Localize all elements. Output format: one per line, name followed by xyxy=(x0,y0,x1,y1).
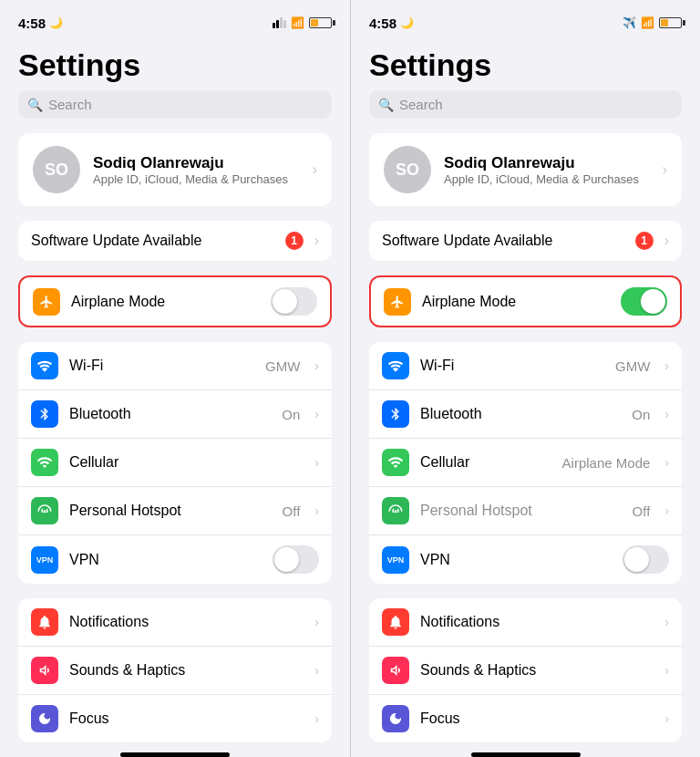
bell-icon xyxy=(31,608,58,636)
settings-title: Settings xyxy=(351,40,700,90)
wifi-label: Wi-Fi xyxy=(420,358,604,374)
bell-label: Notifications xyxy=(69,614,300,630)
wifi-value: GMW xyxy=(265,358,300,374)
bluetooth-value: On xyxy=(282,407,300,422)
moon-icon xyxy=(382,705,409,732)
settings-title: Settings xyxy=(0,40,350,90)
airplane-mode-icon xyxy=(384,288,411,316)
sound-chevron: › xyxy=(314,663,319,678)
sound-chevron: › xyxy=(664,663,669,678)
settings-row-wi-fi[interactable]: Wi-Fi GMW › xyxy=(369,342,682,389)
sound-icon xyxy=(31,657,58,684)
moon-chevron: › xyxy=(314,711,319,726)
settings-row-bluetooth[interactable]: Bluetooth On › xyxy=(369,389,682,438)
search-icon: 🔍 xyxy=(378,98,394,112)
update-chevron: › xyxy=(664,233,669,249)
settings-row-vpn[interactable]: VPN VPN xyxy=(18,534,332,584)
status-icons: 📶 xyxy=(273,16,332,29)
profile-card[interactable]: SO Sodiq Olanrewaju Apple ID, iCloud, Me… xyxy=(369,133,682,206)
vpn-toggle[interactable] xyxy=(623,545,669,574)
moon-label: Focus xyxy=(420,710,650,727)
connectivity-section: Wi-Fi GMW › Bluetooth On › Cellular Airp… xyxy=(369,342,682,584)
software-update-row[interactable]: Software Update Available 1 › xyxy=(18,221,332,261)
hotspot-value: Off xyxy=(283,503,301,519)
software-update-section: Software Update Available 1 › xyxy=(369,221,682,261)
airplane-mode-section: Airplane Mode xyxy=(18,275,332,327)
search-bar[interactable]: 🔍 Search xyxy=(18,90,332,119)
status-bar: 4:58🌙📶 xyxy=(0,0,350,40)
vpn-label: VPN xyxy=(69,552,262,568)
bluetooth-label: Bluetooth xyxy=(420,406,621,422)
bluetooth-icon xyxy=(31,400,58,428)
vpn-icon: VPN xyxy=(31,546,58,574)
wifi-chevron: › xyxy=(664,358,669,373)
airplane-mode-section: Airplane Mode xyxy=(369,275,682,327)
cellular-value: Airplane Mode xyxy=(562,455,651,471)
settings-row-vpn[interactable]: VPN VPN xyxy=(369,534,682,584)
settings-row-notifications[interactable]: Notifications › xyxy=(18,598,332,646)
bell-chevron: › xyxy=(664,615,669,629)
moon-label: Focus xyxy=(69,710,300,727)
settings-row-focus[interactable]: Focus › xyxy=(369,694,682,742)
hotspot-chevron: › xyxy=(314,503,319,518)
wifi-value: GMW xyxy=(615,358,650,374)
status-icons: ✈️ 📶 xyxy=(623,16,682,29)
settings-row-bluetooth[interactable]: Bluetooth On › xyxy=(18,389,332,438)
bluetooth-chevron: › xyxy=(664,407,669,421)
wifi-status-icon: 📶 xyxy=(641,16,654,29)
sound-icon xyxy=(382,657,409,684)
airplane-mode-label: Airplane Mode xyxy=(422,294,610,310)
airplane-status-icon: ✈️ xyxy=(623,16,636,29)
airplane-mode-row[interactable]: Airplane Mode xyxy=(20,277,330,326)
phone-panel-panel-off: 4:58🌙📶Settings 🔍 Search SO Sodiq Olanrew… xyxy=(0,0,350,757)
cellular-label: Cellular xyxy=(69,454,300,471)
software-update-row[interactable]: Software Update Available 1 › xyxy=(369,221,682,261)
update-label: Software Update Available xyxy=(31,233,274,249)
avatar: SO xyxy=(384,146,431,193)
wifi-icon xyxy=(382,352,409,379)
update-badge: 1 xyxy=(635,232,654,250)
hotspot-label: Personal Hotspot xyxy=(69,503,272,519)
search-placeholder: Search xyxy=(399,97,443,112)
bell-icon xyxy=(382,608,409,636)
settings-row-sounds-&-haptics[interactable]: Sounds & Haptics › xyxy=(369,646,682,694)
airplane-mode-toggle[interactable] xyxy=(621,287,667,316)
update-badge: 1 xyxy=(285,232,304,250)
bluetooth-label: Bluetooth xyxy=(69,406,271,422)
wifi-label: Wi-Fi xyxy=(69,358,254,374)
settings-row-sounds-&-haptics[interactable]: Sounds & Haptics › xyxy=(18,646,332,694)
settings-row-personal-hotspot[interactable]: Personal Hotspot Off › xyxy=(18,486,332,534)
signal-bars xyxy=(273,17,286,28)
airplane-mode-row[interactable]: Airplane Mode xyxy=(371,277,680,326)
cellular-chevron: › xyxy=(664,455,669,470)
wifi-chevron: › xyxy=(314,358,319,373)
more-settings-section: Notifications › Sounds & Haptics › Focus… xyxy=(369,598,682,742)
connectivity-section: Wi-Fi GMW › Bluetooth On › Cellular › Pe… xyxy=(18,342,332,584)
more-settings-section: Notifications › Sounds & Haptics › Focus… xyxy=(18,598,332,742)
settings-row-personal-hotspot[interactable]: Personal Hotspot Off › xyxy=(369,486,682,534)
settings-row-cellular[interactable]: Cellular › xyxy=(18,438,332,486)
wifi-status-icon: 📶 xyxy=(291,16,304,29)
airplane-mode-toggle[interactable] xyxy=(271,287,317,316)
battery-icon xyxy=(309,17,332,28)
airplane-mode-label: Airplane Mode xyxy=(71,294,260,310)
settings-row-notifications[interactable]: Notifications › xyxy=(369,598,682,646)
profile-chevron: › xyxy=(313,161,317,178)
hotspot-label: Personal Hotspot xyxy=(420,503,622,519)
profile-card[interactable]: SO Sodiq Olanrewaju Apple ID, iCloud, Me… xyxy=(18,133,332,206)
vpn-icon: VPN xyxy=(382,546,409,574)
settings-row-focus[interactable]: Focus › xyxy=(18,694,332,742)
status-time: 4:58🌙 xyxy=(369,16,414,31)
vpn-toggle[interactable] xyxy=(273,545,319,574)
sound-label: Sounds & Haptics xyxy=(420,662,650,679)
cellular-label: Cellular xyxy=(420,454,551,471)
avatar: SO xyxy=(33,146,80,193)
search-bar[interactable]: 🔍 Search xyxy=(369,90,682,119)
cellular-icon xyxy=(31,449,58,476)
settings-row-cellular[interactable]: Cellular Airplane Mode › xyxy=(369,438,682,486)
status-time: 4:58🌙 xyxy=(18,16,63,31)
profile-info: Sodiq Olanrewaju Apple ID, iCloud, Media… xyxy=(444,154,650,186)
settings-row-wi-fi[interactable]: Wi-Fi GMW › xyxy=(18,342,332,389)
sound-label: Sounds & Haptics xyxy=(69,662,300,679)
profile-info: Sodiq Olanrewaju Apple ID, iCloud, Media… xyxy=(93,154,300,186)
